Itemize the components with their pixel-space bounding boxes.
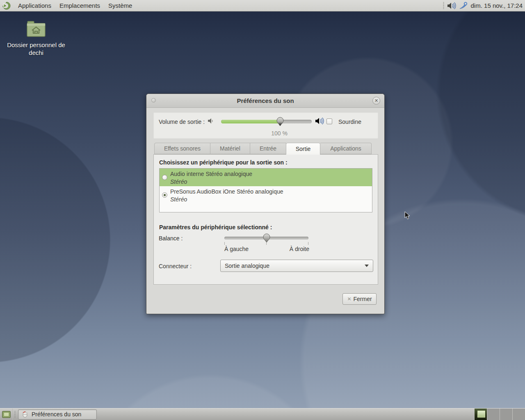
titlebar[interactable]: Préférences du son ✕ bbox=[146, 94, 384, 108]
workspace-4[interactable] bbox=[512, 409, 525, 420]
chevron-down-icon bbox=[365, 265, 369, 267]
mouse-cursor bbox=[404, 211, 410, 220]
tab-label: Applications bbox=[330, 145, 361, 152]
panel-grip[interactable] bbox=[443, 2, 445, 9]
window-title: Préférences du son bbox=[237, 97, 294, 104]
top-panel: Applications Emplacements Système dim. 1… bbox=[0, 0, 525, 11]
tab-sortie[interactable]: Sortie bbox=[286, 143, 320, 155]
device-row-audio-interne[interactable]: Audio interne Stéréo analogique Stéréo bbox=[160, 169, 372, 186]
tab-effets-sonores[interactable]: Effets sonores bbox=[154, 143, 210, 154]
output-volume-label: Volume de sortie : bbox=[159, 119, 205, 125]
close-icon: ✕ bbox=[374, 98, 378, 103]
tab-label: Effets sonores bbox=[164, 145, 201, 152]
mute-checkbox[interactable] bbox=[326, 119, 332, 124]
close-button-label: Fermer bbox=[353, 296, 372, 302]
radio-checked-icon[interactable] bbox=[162, 192, 167, 198]
device-profile: Stéréo bbox=[170, 178, 369, 186]
menu-applications[interactable]: Applications bbox=[14, 0, 55, 11]
window-menu-icon[interactable] bbox=[151, 98, 156, 103]
connector-label: Connecteur : bbox=[159, 263, 192, 269]
balance-left-label: À gauche bbox=[224, 246, 249, 252]
workspace-1[interactable] bbox=[474, 409, 487, 420]
choose-device-label: Choisissez un périphérique pour la sorti… bbox=[159, 159, 288, 166]
mute-label: Sourdine bbox=[338, 119, 361, 125]
home-folder-desktop-icon[interactable]: Dossier personnel de dechi bbox=[5, 21, 67, 57]
output-device-list: Audio interne Stéréo analogique Stéréo P… bbox=[159, 168, 372, 212]
balance-right-label: À droite bbox=[290, 246, 309, 252]
output-volume-value: 100 % bbox=[255, 130, 304, 137]
bottom-taskbar: Préférences du son bbox=[0, 408, 525, 420]
balance-tick-center bbox=[266, 242, 267, 245]
output-volume-frame: Volume de sortie : Sourdine 100 % bbox=[153, 112, 378, 139]
speaker-low-icon bbox=[208, 118, 214, 124]
balance-tick-left bbox=[224, 242, 225, 245]
connector-dropdown[interactable]: Sortie analogique bbox=[220, 260, 373, 272]
device-name: PreSonus AudioBox iOne Stéréo analogique bbox=[170, 188, 369, 196]
workspace-3[interactable] bbox=[500, 409, 512, 420]
task-button-preferences-du-son[interactable]: Préférences du son bbox=[18, 409, 97, 420]
workspace-2[interactable] bbox=[487, 409, 500, 420]
device-name: Audio interne Stéréo analogique bbox=[170, 170, 369, 178]
show-desktop-icon bbox=[2, 411, 11, 418]
speaker-loud-icon bbox=[315, 117, 324, 125]
task-window-icon bbox=[22, 411, 28, 418]
close-x-icon: ✕ bbox=[347, 296, 351, 302]
balance-tick-right bbox=[308, 242, 308, 245]
menu-systeme[interactable]: Système bbox=[104, 0, 136, 11]
device-profile: Stéréo bbox=[170, 196, 369, 203]
sound-preferences-window: Préférences du son ✕ Volume de sortie : … bbox=[146, 94, 385, 314]
close-dialog-button[interactable]: ✕ Fermer bbox=[342, 293, 377, 305]
show-desktop-button[interactable] bbox=[0, 409, 13, 420]
balance-slider[interactable] bbox=[224, 237, 308, 240]
workspace-switcher bbox=[474, 409, 525, 420]
output-volume-slider[interactable] bbox=[221, 120, 312, 123]
tab-entree[interactable]: Entrée bbox=[250, 143, 286, 154]
output-volume-handle[interactable] bbox=[276, 117, 284, 126]
tab-materiel[interactable]: Matériel bbox=[210, 143, 250, 154]
sortie-tab-page: Choisissez un périphérique pour la sorti… bbox=[153, 154, 378, 285]
taskbar-grip[interactable] bbox=[14, 411, 16, 418]
tab-bar: Effets sonores Matériel Entrée Sortie Ap… bbox=[154, 143, 372, 154]
selected-device-params-label: Paramètres du périphérique sélectionné : bbox=[159, 224, 272, 231]
tablet-pen-tray-icon[interactable] bbox=[459, 2, 468, 10]
panel-clock[interactable]: dim. 15 nov., 17:24 bbox=[471, 2, 523, 9]
balance-label: Balance : bbox=[159, 235, 183, 242]
menu-emplacements-label: Emplacements bbox=[59, 2, 100, 9]
tab-applications[interactable]: Applications bbox=[320, 143, 372, 154]
device-row-presonus[interactable]: PreSonus AudioBox iOne Stéréo analogique… bbox=[160, 186, 372, 204]
tab-label: Sortie bbox=[296, 146, 311, 152]
home-folder-icon bbox=[26, 21, 46, 38]
output-volume-fill bbox=[221, 120, 280, 123]
menu-systeme-label: Système bbox=[108, 2, 132, 9]
volume-tray-icon[interactable] bbox=[447, 2, 457, 9]
workspace-window-preview bbox=[477, 411, 485, 418]
radio-unchecked-icon[interactable] bbox=[162, 175, 167, 180]
tab-label: Matériel bbox=[220, 145, 240, 152]
window-close-button[interactable]: ✕ bbox=[372, 97, 380, 105]
balance-handle[interactable] bbox=[263, 233, 270, 243]
tab-label: Entrée bbox=[260, 145, 276, 152]
distro-logo-icon bbox=[2, 1, 11, 10]
menu-emplacements[interactable]: Emplacements bbox=[55, 0, 104, 11]
task-button-label: Préférences du son bbox=[32, 411, 81, 418]
main-menu-button[interactable] bbox=[2, 1, 11, 11]
desktop-icon-label: Dossier personnel de dechi bbox=[5, 41, 67, 57]
connector-value: Sortie analogique bbox=[225, 262, 269, 269]
menu-applications-label: Applications bbox=[18, 2, 51, 9]
